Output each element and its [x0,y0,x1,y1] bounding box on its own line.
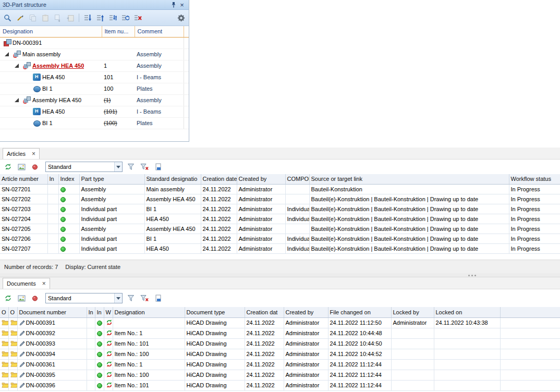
part-structure-row[interactable]: Assembly HEA 450 1 Assembly [0,60,189,71]
col-open-2[interactable]: O [8,307,17,317]
find-part-icon[interactable] [3,13,13,23]
article-row[interactable]: SN-027202 Assembly Assembly HEA 450 24.1… [0,194,560,204]
document-row[interactable]: DN-000396 Item No.: 101 HiCAD Drawing 24… [0,380,560,390]
document-row[interactable]: DN-000394 Item No.: 100 HiCAD Drawing 24… [0,349,560,359]
open-readonly-cell[interactable] [8,359,17,370]
format-brush-icon[interactable] [15,13,26,23]
settings-gear-icon[interactable] [176,13,186,23]
col-in-2[interactable]: In [95,307,104,317]
col-locked-on[interactable]: Locked on [434,307,500,317]
filter-icon[interactable] [126,293,136,303]
open-drawing-cell[interactable] [0,317,8,328]
itemisation-top-down-icon[interactable] [82,13,93,23]
article-row[interactable]: SN-027207 Individual part HEA 450 24.11.… [0,243,560,253]
open-readonly-cell[interactable] [8,317,17,328]
part-structure-row[interactable]: BI 1 100 Plates [0,83,189,94]
col-creation-date[interactable]: Creation date [201,174,237,184]
tab-documents[interactable]: Documents × [3,278,50,289]
paste-icon[interactable] [40,13,51,23]
part-structure-row[interactable]: HEA 450 101 I - Beams [0,71,189,83]
col-designation[interactable]: Designation [113,307,185,317]
col-workflow-status[interactable]: Workflow status [509,174,560,184]
col-designation[interactable]: Designation [0,26,102,37]
open-drawing-cell[interactable] [0,349,8,359]
col-created-by[interactable]: Created by [237,174,285,184]
open-readonly-cell[interactable] [8,370,17,380]
col-item-number[interactable]: Item nu... [102,26,135,37]
tab-close-icon[interactable]: × [42,280,46,287]
open-drawing-cell[interactable] [0,328,8,338]
article-row[interactable]: SN-027201 Assembly Main assembly 24.11.2… [0,184,560,194]
result-list-image-icon[interactable] [16,162,27,172]
tab-close-icon[interactable]: × [32,151,35,157]
clear-filter-icon[interactable] [139,162,150,172]
itemisation-renumber-icon[interactable] [120,13,130,23]
open-readonly-cell[interactable] [8,328,17,338]
article-row[interactable]: SN-027204 Individual part HEA 450 24.11.… [0,214,560,224]
col-file-changed-on[interactable]: File changed on [328,307,391,317]
paste-with-reference-icon[interactable] [65,13,76,23]
part-structure-row[interactable]: Assembly HEA 450 (1) Assembly [0,94,189,106]
col-source-target-link[interactable]: Source or target link [309,174,509,184]
col-workflow[interactable]: W [104,307,113,317]
col-document-number[interactable]: Document number [17,307,87,317]
part-structure-titlebar[interactable]: 3D-Part structure × [0,0,189,10]
col-index[interactable]: Index [58,174,79,184]
open-drawing-cell[interactable] [0,338,8,349]
refresh-icon[interactable] [3,293,13,303]
article-row[interactable]: SN-027206 Individual part BI 1 24.11.202… [0,234,560,243]
tree-expand-icon[interactable] [3,51,11,58]
itemisation-sort-icon[interactable] [95,13,105,23]
open-readonly-cell[interactable] [8,349,17,359]
filter-select[interactable]: Standard [45,293,123,303]
saved-search-icon[interactable] [30,162,40,172]
col-standard-designation[interactable]: Standard designatio [144,174,201,184]
col-in[interactable]: In [47,174,58,184]
document-row[interactable]: DN-000392 Item No.: 1 HiCAD Drawing 24.1… [0,328,560,338]
document-row[interactable]: DN-000395 Item No.: 100 HiCAD Drawing 24… [0,370,560,380]
part-structure-row[interactable]: Main assembly Assembly [0,48,189,60]
col-part-type[interactable]: Part type [79,174,144,184]
linked-documents-icon[interactable] [153,293,163,303]
refresh-icon[interactable] [3,162,13,172]
open-drawing-cell[interactable] [0,370,8,380]
article-row[interactable]: SN-027203 Individual part BI 1 24.11.202… [0,204,560,214]
panel-splitter[interactable] [0,273,560,277]
pin-icon[interactable] [169,1,178,9]
article-row[interactable]: SN-027205 Assembly Assembly HEA 450 24.1… [0,224,560,234]
scrollbar-track[interactable] [184,26,189,37]
delete-itemisation-icon[interactable] [132,13,143,23]
itemisation-assign-icon[interactable] [107,13,118,23]
chevron-down-icon[interactable] [114,162,122,172]
open-readonly-cell[interactable] [8,338,17,349]
col-comment[interactable]: Comment [135,26,184,37]
col-locked-by[interactable]: Locked by [391,307,434,317]
col-creation-date[interactable]: Creation dat [245,307,284,317]
part-structure-row[interactable]: HEA 450 (101) I - Beams [0,106,189,117]
col-in-1[interactable]: In [87,307,95,317]
copy-icon[interactable] [28,13,38,23]
saved-search-icon[interactable] [30,293,40,303]
col-created-by[interactable]: Created by [284,307,328,317]
open-readonly-cell[interactable] [8,380,17,390]
result-list-image-icon[interactable] [16,293,27,303]
col-document-type[interactable]: Document type [185,307,245,317]
open-drawing-cell[interactable] [0,380,8,390]
document-row[interactable]: DN-000361 Item No.: 1 HiCAD Drawing 24.1… [0,359,560,370]
filter-icon[interactable] [126,162,136,172]
part-structure-row[interactable]: DN-000391 [0,37,189,48]
part-structure-row[interactable]: BI 1 (100) Plates [0,117,189,129]
col-article-number[interactable]: Article number [0,174,47,184]
linked-documents-icon[interactable] [153,162,163,172]
tab-articles[interactable]: Articles × [3,148,40,159]
copy-with-reference-icon[interactable] [53,13,63,23]
chevron-down-icon[interactable] [114,293,122,303]
tree-expand-icon[interactable] [13,96,21,104]
filter-select[interactable]: Standard [45,162,123,172]
col-open-1[interactable]: O [0,307,8,317]
document-row[interactable]: DN-000393 Item No.: 101 HiCAD Drawing 24… [0,338,560,349]
col-component[interactable]: COMPOI [285,174,309,184]
document-row[interactable]: DN-000391 HiCAD Drawing 24.11.2022 Admin… [0,317,560,328]
close-icon[interactable]: × [178,1,186,9]
tree-expand-icon[interactable] [13,62,21,69]
